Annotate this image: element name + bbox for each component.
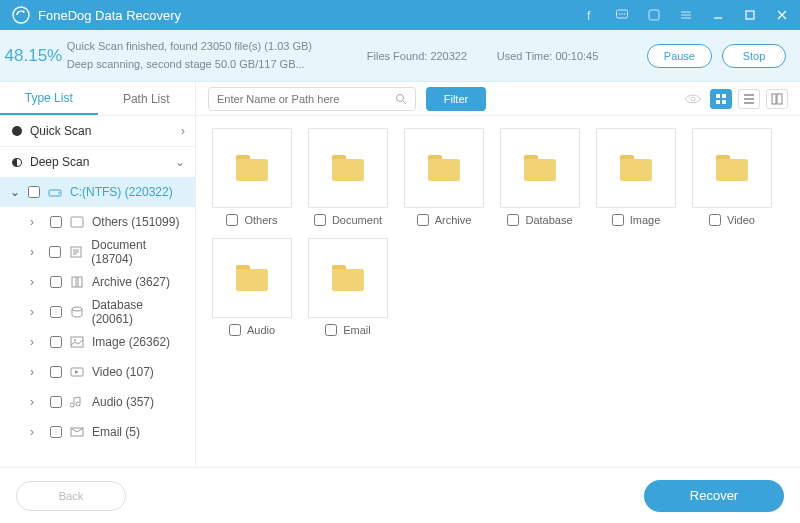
tree-item-checkbox[interactable]	[50, 216, 62, 228]
svg-point-5	[624, 13, 626, 15]
recover-button[interactable]: Recover	[644, 480, 784, 512]
bullet-full-icon	[12, 126, 22, 136]
tree-item[interactable]: ›Database (20061)	[0, 297, 195, 327]
chevron-right-icon: ›	[181, 124, 185, 138]
view-toggles	[682, 89, 788, 109]
files-found: Files Found: 220322	[367, 50, 497, 62]
tree-item[interactable]: ›Audio (357)	[0, 387, 195, 417]
maximize-icon[interactable]	[740, 5, 760, 25]
tree-quick-scan[interactable]: Quick Scan ›	[0, 116, 195, 146]
facebook-icon[interactable]: f	[580, 5, 600, 25]
preview-icon[interactable]	[682, 93, 704, 105]
tab-path-list[interactable]: Path List	[98, 82, 196, 115]
svg-point-9	[58, 192, 60, 194]
svg-point-13	[72, 307, 82, 311]
feedback-icon[interactable]	[612, 5, 632, 25]
folder-icon	[620, 155, 652, 181]
search-input[interactable]	[217, 93, 395, 105]
tree-item-checkbox[interactable]	[49, 246, 61, 258]
category-icon	[70, 396, 84, 408]
tree-drive[interactable]: ⌄ C:(NTFS) (220322)	[0, 177, 195, 207]
tile-checkbox[interactable]	[325, 324, 337, 336]
folder-icon	[524, 155, 556, 181]
tree-label: Deep Scan	[30, 155, 89, 169]
tile-label: Others	[244, 214, 277, 226]
folder-tile[interactable]: Archive	[396, 128, 492, 226]
svg-point-15	[74, 339, 76, 341]
svg-rect-12	[72, 277, 82, 287]
folder-thumb	[500, 128, 580, 208]
pause-button[interactable]: Pause	[647, 44, 712, 68]
tile-checkbox[interactable]	[226, 214, 238, 226]
status-lines: Quick Scan finished, found 23050 file(s)…	[67, 38, 367, 73]
tree-item-checkbox[interactable]	[50, 426, 62, 438]
chevron-right-icon: ›	[30, 275, 42, 289]
tree-item[interactable]: ›Document (18704)	[0, 237, 195, 267]
svg-rect-10	[71, 217, 83, 227]
tree-item-label: Video (107)	[92, 365, 154, 379]
tree-item-checkbox[interactable]	[50, 396, 62, 408]
tree-item-label: Audio (357)	[92, 395, 154, 409]
tile-label: Database	[525, 214, 572, 226]
folder-tile[interactable]: Database	[492, 128, 588, 226]
scan-percent: 48.15%	[0, 46, 67, 66]
folder-tile[interactable]: Video	[684, 128, 780, 226]
tile-checkbox[interactable]	[229, 324, 241, 336]
folder-thumb	[308, 128, 388, 208]
search-box[interactable]	[208, 87, 416, 111]
svg-rect-20	[716, 94, 720, 98]
tree-item[interactable]: ›Email (5)	[0, 417, 195, 447]
folder-tile[interactable]: Audio	[204, 238, 300, 336]
tile-label: Image	[630, 214, 661, 226]
tree-item[interactable]: ›Video (107)	[0, 357, 195, 387]
folder-tile[interactable]: Image	[588, 128, 684, 226]
folder-tile[interactable]: Document	[300, 128, 396, 226]
tree-item[interactable]: ›Archive (3627)	[0, 267, 195, 297]
folder-thumb	[404, 128, 484, 208]
tile-checkbox[interactable]	[709, 214, 721, 226]
view-grid-icon[interactable]	[710, 89, 732, 109]
title-bar: FoneDog Data Recovery f	[0, 0, 800, 30]
tile-checkbox[interactable]	[507, 214, 519, 226]
tree-item-checkbox[interactable]	[50, 276, 62, 288]
tree-item-checkbox[interactable]	[50, 306, 62, 318]
view-detail-icon[interactable]	[766, 89, 788, 109]
tile-checkbox[interactable]	[314, 214, 326, 226]
folder-tile[interactable]: Others	[204, 128, 300, 226]
svg-rect-23	[722, 100, 726, 104]
app-title: FoneDog Data Recovery	[38, 8, 181, 23]
tree-item-checkbox[interactable]	[50, 366, 62, 378]
tree-item-checkbox[interactable]	[50, 336, 62, 348]
folder-tile[interactable]: Email	[300, 238, 396, 336]
menu-icon[interactable]	[676, 5, 696, 25]
svg-point-4	[621, 13, 623, 15]
folder-thumb	[212, 238, 292, 318]
tree-item[interactable]: ›Image (26362)	[0, 327, 195, 357]
status-line-1: Quick Scan finished, found 23050 file(s)…	[67, 38, 367, 56]
svg-rect-24	[772, 94, 776, 104]
minimize-icon[interactable]	[708, 5, 728, 25]
folder-thumb	[596, 128, 676, 208]
tree-item[interactable]: ›Others (151099)	[0, 207, 195, 237]
register-icon[interactable]	[644, 5, 664, 25]
tab-type-list[interactable]: Type List	[0, 82, 98, 115]
svg-point-19	[691, 97, 695, 101]
folder-thumb	[212, 128, 292, 208]
sidebar: Type List Path List Quick Scan › Deep Sc…	[0, 82, 196, 467]
stop-button[interactable]: Stop	[722, 44, 786, 68]
drive-checkbox[interactable]	[28, 186, 40, 198]
chevron-right-icon: ›	[30, 395, 42, 409]
category-icon	[70, 426, 84, 438]
close-icon[interactable]	[772, 5, 792, 25]
tree-deep-scan[interactable]: Deep Scan ⌄	[0, 147, 195, 177]
tile-checkbox[interactable]	[417, 214, 429, 226]
back-button[interactable]: Back	[16, 481, 126, 511]
view-list-icon[interactable]	[738, 89, 760, 109]
tile-checkbox[interactable]	[612, 214, 624, 226]
chevron-right-icon: ›	[30, 245, 41, 259]
footer: Back Recover	[0, 467, 800, 523]
svg-rect-25	[777, 94, 782, 104]
svg-rect-22	[716, 100, 720, 104]
filter-button[interactable]: Filter	[426, 87, 486, 111]
status-strip: 48.15% Quick Scan finished, found 23050 …	[0, 30, 800, 82]
